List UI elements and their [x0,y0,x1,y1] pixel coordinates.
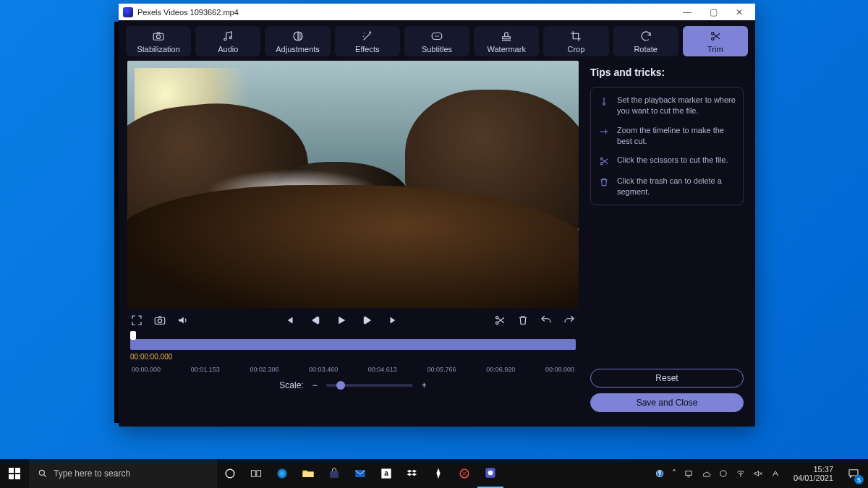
svg-point-9 [711,33,713,35]
start-button[interactable] [0,459,29,488]
tick-label: 00:06.920 [486,366,515,373]
tip-text: Zoom the timeline to make the best cut. [617,125,736,147]
scissors-icon [598,155,610,167]
amazon-icon[interactable]: a [373,459,399,488]
video-preview[interactable] [127,61,579,308]
tick-label: 00:01.153 [191,366,220,373]
trash-icon [598,176,610,188]
step-back-icon[interactable] [309,314,322,327]
windows-logo-icon [9,468,20,479]
scissors-icon [709,30,722,43]
timeline[interactable]: 00:00:00.000 00:00.000 00:01.153 00:02.3… [127,331,579,373]
system-tray[interactable]: ? ˄ [647,468,788,479]
language-icon[interactable] [770,468,780,479]
playhead-marker[interactable] [130,331,136,340]
volume-mute-icon[interactable] [753,468,763,479]
mail-icon[interactable] [347,459,373,488]
task-view-icon[interactable] [243,459,269,488]
subtitles-icon [430,30,443,43]
tick-label: 00:02.306 [250,366,278,373]
reset-button[interactable]: Reset [590,369,744,388]
volume-icon[interactable] [176,314,190,327]
tab-subtitles[interactable]: Subtitles [404,26,469,56]
undo-icon[interactable] [540,314,553,327]
fullscreen-icon[interactable] [130,314,143,327]
svg-point-16 [600,158,603,160]
svg-point-17 [600,163,603,165]
crop-icon [569,30,582,43]
trash-icon[interactable] [516,314,529,327]
skip-end-icon[interactable] [387,314,400,327]
scale-label: Scale: [279,380,303,390]
cut-icon[interactable] [493,314,506,327]
button-label: Reset [655,373,678,383]
tray-chevron-up-icon[interactable]: ˄ [672,468,676,479]
tick-label: 00:08.000 [545,366,574,373]
svg-rect-24 [330,471,339,478]
timecode-readout: 00:00:00.000 [130,353,172,361]
skip-start-icon[interactable] [283,314,296,327]
svg-point-7 [436,35,438,37]
minimize-button[interactable]: — [674,4,700,20]
help-icon[interactable]: ? [655,468,665,479]
wifi-icon[interactable] [736,468,746,479]
tab-trim[interactable]: Trim [683,26,748,56]
step-forward-icon[interactable] [361,314,374,327]
tab-stabilization[interactable]: Stabilization [126,26,191,56]
camera-icon [152,30,165,43]
zoom-in-button[interactable]: + [422,380,427,390]
taskbar-search[interactable]: Type here to search [29,459,217,488]
titlebar[interactable]: Pexels Videos 1093662.mp4 — ▢ ✕ [119,4,755,20]
scale-slider[interactable] [326,384,413,387]
app-icon-generic[interactable] [425,459,451,488]
tab-watermark[interactable]: Watermark [474,26,539,56]
tip-item: Set the playback marker to where you wan… [598,95,736,116]
windows-taskbar[interactable]: Type here to search a ? ˄ 15:37 04/01/20… [0,459,868,488]
tab-label: Trim [707,45,723,53]
tab-crop[interactable]: Crop [543,26,608,56]
close-button[interactable]: ✕ [726,4,752,20]
rotate-icon [639,30,652,43]
svg-text:a: a [384,469,388,477]
file-explorer-icon[interactable] [295,459,321,488]
onedrive-icon[interactable] [701,468,711,479]
scale-slider-knob[interactable] [336,381,345,390]
tip-text: Click the trash can to delete a segment. [617,176,736,197]
play-icon[interactable] [335,314,348,327]
tab-rotate[interactable]: Rotate [613,26,678,56]
tick-label: 00:04.613 [368,366,397,373]
editor-window: Pexels Videos 1093662.mp4 — ▢ ✕ Stabiliz… [119,4,755,427]
svg-point-15 [603,103,605,106]
store-icon[interactable] [321,459,347,488]
tab-audio[interactable]: Audio [195,26,260,56]
tick-label: 00:00.000 [132,366,161,373]
svg-rect-21 [257,471,261,476]
snapshot-icon[interactable] [153,314,166,327]
taskbar-clock[interactable]: 15:37 04/01/2021 [788,465,839,482]
dropbox-icon[interactable] [399,459,425,488]
timeline-clip[interactable] [130,339,576,350]
tool-tabs: Stabilization Audio Adjustments Effects … [119,20,755,61]
svg-point-8 [438,35,439,37]
bass-icon[interactable] [718,468,728,479]
stamp-icon [500,30,513,43]
zoom-out-button[interactable]: − [312,380,318,390]
contrast-icon [292,30,305,43]
svg-point-1 [156,35,160,38]
svg-rect-20 [251,471,255,476]
save-and-close-button[interactable]: Save and Close [590,393,744,412]
tab-effects[interactable]: Effects [335,26,400,56]
active-app-icon[interactable] [477,459,503,488]
window-title: Pexels Videos 1093662.mp4 [137,8,239,17]
action-center-button[interactable]: 5 [839,459,868,488]
svg-point-18 [39,470,44,475]
cortana-icon[interactable] [217,459,243,488]
edge-icon[interactable] [269,459,295,488]
tip-text: Click the scissors to cut the file. [617,155,728,166]
svg-point-12 [158,319,161,322]
redo-icon[interactable] [563,314,576,327]
tray-icon[interactable] [684,468,694,479]
app-icon-red[interactable] [451,459,477,488]
maximize-button[interactable]: ▢ [700,4,726,20]
tab-adjustments[interactable]: Adjustments [265,26,330,56]
